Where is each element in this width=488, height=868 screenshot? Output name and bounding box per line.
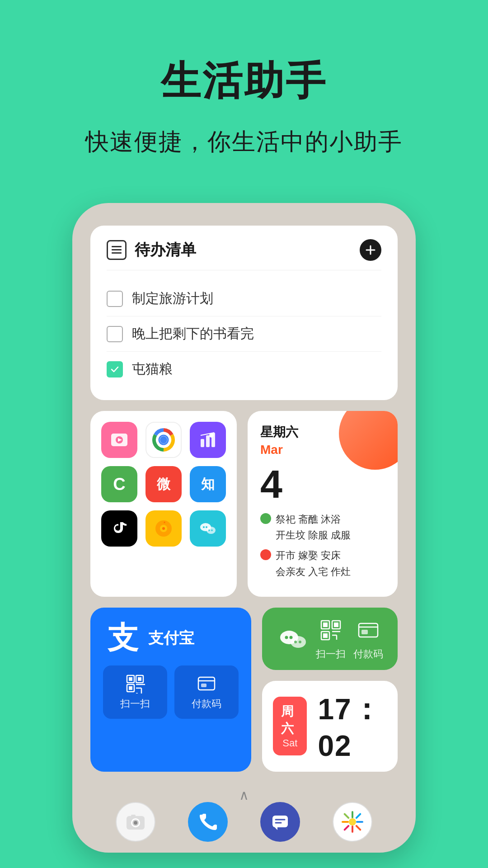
music-app-icon[interactable] — [145, 510, 182, 547]
alipay-widget: 支 支付宝 — [90, 608, 251, 772]
chrome-app-icon[interactable] — [145, 422, 182, 458]
cal-bg-decoration — [339, 411, 398, 470]
phone-mockup: 待办清单 制定旅游计划 晚上把剩下的书看完 — [72, 203, 416, 853]
subtitle: 快速便捷，你生活中的小助手 — [27, 126, 461, 158]
svg-rect-27 — [129, 677, 132, 681]
cal-day-num: 4 — [260, 464, 385, 504]
cal-good-events: 祭祀 斋醮 沐浴开生坟 除服 成服 — [276, 511, 351, 543]
svg-rect-2 — [112, 252, 122, 254]
tiktok-app-icon[interactable] — [101, 510, 137, 547]
wechat-pay-button[interactable]: 付款码 — [353, 617, 383, 661]
wechat-scan-icon — [317, 617, 344, 644]
chevron-up-icon: ∧ — [239, 788, 249, 802]
alipay-top: 支 支付宝 — [103, 620, 239, 656]
todo-item-3[interactable]: 屯猫粮 — [107, 352, 381, 387]
svg-rect-48 — [334, 623, 338, 627]
ca-app-icon[interactable]: C — [101, 466, 137, 502]
svg-point-18 — [162, 527, 165, 530]
todo-widget: 待办清单 制定旅游计划 晚上把剩下的书看完 — [90, 226, 398, 400]
dock-message-icon[interactable] — [260, 802, 300, 842]
svg-point-23 — [208, 529, 210, 531]
svg-rect-36 — [198, 677, 215, 690]
svg-rect-61 — [131, 815, 136, 817]
main-title: 生活助手 — [27, 54, 461, 108]
cal-bad-tag — [260, 549, 271, 560]
wechat-scan-button[interactable]: 扫一扫 — [316, 617, 346, 661]
alipay-scan-button[interactable]: 扫一扫 — [103, 665, 167, 719]
svg-point-21 — [203, 526, 205, 528]
svg-rect-29 — [138, 677, 141, 681]
clock-weekday-zh: 周六 — [281, 703, 299, 737]
apps-widget: C 微 知 — [90, 411, 237, 597]
svg-rect-62 — [272, 816, 288, 827]
clock-weekday-en: Sat — [282, 737, 297, 749]
phone-wrapper: 待办清单 制定旅游计划 晚上把剩下的书看完 — [0, 203, 488, 853]
dock-camera-icon[interactable] — [116, 802, 155, 842]
dock-phone-icon[interactable] — [188, 802, 228, 842]
stats-app-icon[interactable] — [190, 422, 226, 458]
todo-text-2: 晚上把剩下的书看完 — [132, 325, 254, 343]
calendar-widget: 星期六 Mar 4 祭祀 斋醮 沐浴开生坟 除服 成服 开市 嫁娶 安床会亲友 … — [248, 411, 398, 597]
svg-point-66 — [349, 818, 356, 826]
wechat-scan-label: 扫一扫 — [316, 647, 346, 661]
svg-point-43 — [294, 641, 297, 643]
cal-good-row: 祭祀 斋醮 沐浴开生坟 除服 成服 — [260, 511, 385, 543]
wechat-pay-label: 付款码 — [353, 647, 383, 661]
wechat-pay-icon — [355, 617, 382, 644]
cal-good-tag — [260, 513, 271, 524]
todo-text-3: 屯猫粮 — [132, 360, 173, 378]
apps-grid: C 微 知 — [101, 422, 226, 547]
svg-point-24 — [211, 529, 213, 531]
todo-item-2[interactable]: 晚上把剩下的书看完 — [107, 316, 381, 352]
svg-rect-12 — [206, 435, 210, 447]
clock-time: 17：02 — [318, 690, 387, 763]
svg-point-60 — [134, 821, 137, 825]
checkbox-3[interactable] — [107, 361, 123, 377]
svg-rect-31 — [129, 686, 132, 690]
alipay-name: 支付宝 — [148, 628, 194, 649]
svg-point-42 — [290, 636, 293, 639]
alipay-scan-label: 扫一扫 — [120, 697, 150, 711]
svg-point-10 — [160, 436, 167, 443]
todo-item-1[interactable]: 制定旅游计划 — [107, 281, 381, 316]
todo-text-1: 制定旅游计划 — [132, 289, 213, 308]
scan-icon — [125, 674, 145, 693]
todo-header-left: 待办清单 — [107, 240, 196, 260]
bottom-row: 支 支付宝 — [90, 608, 398, 772]
wechat-pay-widget: 扫一扫 付款码 — [262, 608, 398, 670]
svg-rect-38 — [201, 684, 206, 687]
svg-point-22 — [206, 526, 207, 528]
alipay-pay-button[interactable]: 付款码 — [174, 665, 239, 719]
svg-rect-1 — [112, 249, 122, 250]
svg-rect-50 — [323, 633, 328, 638]
zhihu-app-icon[interactable]: 知 — [190, 466, 226, 502]
clock-day-badge: 周六 Sat — [273, 697, 307, 755]
todo-list-icon — [107, 240, 127, 260]
middle-row: C 微 知 — [90, 411, 398, 597]
pay-icon — [197, 674, 216, 693]
svg-rect-46 — [323, 623, 328, 627]
todo-title: 待办清单 — [135, 240, 196, 260]
svg-point-40 — [291, 636, 306, 648]
wechat-logo — [277, 623, 308, 655]
svg-point-41 — [285, 636, 288, 639]
media-app-icon[interactable] — [101, 422, 137, 458]
alipay-pay-label: 付款码 — [192, 697, 221, 711]
checkbox-1[interactable] — [107, 291, 123, 307]
dock-photos-icon[interactable] — [333, 802, 372, 842]
cal-bad-row: 开市 嫁娶 安床会亲友 入宅 作灶 — [260, 547, 385, 579]
todo-add-button[interactable] — [360, 239, 381, 261]
cal-bad-events: 开市 嫁娶 安床会亲友 入宅 作灶 — [276, 547, 351, 579]
wechat-mini-app-icon[interactable] — [190, 510, 226, 547]
svg-rect-0 — [112, 246, 122, 247]
alipay-buttons: 扫一扫 付款码 — [103, 665, 239, 719]
clock-widget: 周六 Sat 17：02 — [262, 681, 398, 772]
checkbox-2[interactable] — [107, 326, 123, 342]
svg-text:支: 支 — [107, 621, 139, 655]
header-section: 生活助手 快速便捷，你生活中的小助手 — [0, 0, 488, 185]
weibo-app-icon[interactable]: 微 — [145, 466, 182, 502]
svg-rect-56 — [361, 630, 368, 634]
svg-point-44 — [299, 641, 301, 643]
dock — [72, 802, 416, 842]
todo-header: 待办清单 — [107, 239, 381, 270]
